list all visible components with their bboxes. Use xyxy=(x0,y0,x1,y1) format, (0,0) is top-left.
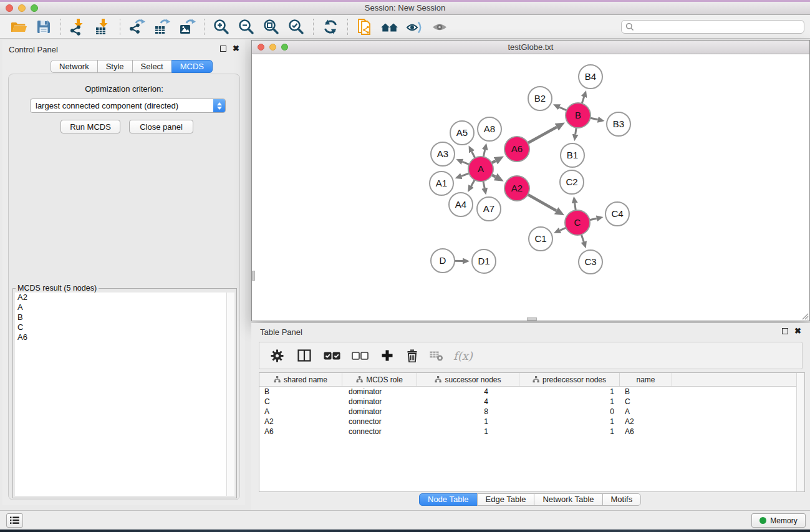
float-panel-icon[interactable] xyxy=(220,46,226,52)
zoom-selected-icon[interactable] xyxy=(285,17,307,37)
graph-node-B2[interactable]: B2 xyxy=(528,87,552,110)
hide-panels-icon[interactable] xyxy=(403,17,426,37)
graph-node-B1[interactable]: B1 xyxy=(561,143,584,167)
table-tab-network-table[interactable]: Network Table xyxy=(534,493,602,506)
mcds-result-item[interactable]: A2 xyxy=(15,293,234,302)
table-tab-edge-table[interactable]: Edge Table xyxy=(477,493,535,506)
table-cell[interactable]: A2 xyxy=(620,417,672,427)
control-tab-style[interactable]: Style xyxy=(97,60,133,73)
column-header-successor-nodes[interactable]: successor nodes xyxy=(417,373,519,386)
table-row[interactable]: Cdominator41C xyxy=(259,397,804,407)
bottom-split-handle[interactable] xyxy=(527,317,537,321)
network-canvas[interactable]: B4B2BB3A5A8A6B1A3AA1C2A2A4A7C4CC1C3DD1 xyxy=(252,55,809,321)
task-history-button[interactable] xyxy=(6,513,23,528)
search-input[interactable] xyxy=(634,21,804,32)
table-cell[interactable]: 4 xyxy=(417,397,519,407)
table-cell[interactable]: C xyxy=(259,397,342,407)
run-mcds-button[interactable]: Run MCDS xyxy=(60,120,120,133)
control-tab-mcds[interactable]: MCDS xyxy=(171,60,213,73)
zoom-fit-icon[interactable] xyxy=(260,17,282,37)
delete-table-icon[interactable] xyxy=(430,350,443,361)
graph-node-A1[interactable]: A1 xyxy=(430,172,453,195)
graph-node-A3[interactable]: A3 xyxy=(431,142,455,166)
graph-node-B4[interactable]: B4 xyxy=(579,65,602,89)
result-scrollbar[interactable] xyxy=(226,293,234,496)
graph-node-A6[interactable]: A6 xyxy=(504,137,529,162)
zoom-in-icon[interactable] xyxy=(210,17,233,37)
close-table-panel-icon[interactable]: ✖ xyxy=(794,328,801,334)
mcds-result-item[interactable]: B xyxy=(15,312,234,322)
table-tab-motifs[interactable]: Motifs xyxy=(602,493,642,506)
table-cell[interactable]: 1 xyxy=(519,417,620,427)
table-cell[interactable]: 4 xyxy=(417,387,519,397)
control-tab-select[interactable]: Select xyxy=(132,60,172,73)
table-row[interactable]: A6connector11A6 xyxy=(259,427,804,437)
table-cell[interactable]: C xyxy=(620,397,672,407)
export-table-icon[interactable] xyxy=(151,17,173,37)
resize-grip-icon[interactable] xyxy=(800,311,809,320)
graph-node-A2[interactable]: A2 xyxy=(504,176,529,201)
table-cell[interactable]: connector xyxy=(342,427,417,437)
table-cell[interactable]: A6 xyxy=(620,427,672,437)
table-scrollbar[interactable] xyxy=(796,373,804,491)
table-cell[interactable]: B xyxy=(259,387,342,397)
close-window-icon[interactable] xyxy=(6,4,13,12)
network-minimize-icon[interactable] xyxy=(269,44,276,51)
graph-node-B[interactable]: B xyxy=(566,103,591,128)
mcds-result-item[interactable]: C xyxy=(15,322,234,332)
graph-node-D1[interactable]: D1 xyxy=(472,249,496,273)
graph-node-A7[interactable]: A7 xyxy=(477,197,501,221)
graph-node-C[interactable]: C xyxy=(565,210,590,235)
table-row[interactable]: Adominator80A xyxy=(259,407,804,417)
table-cell[interactable]: A xyxy=(259,407,342,417)
table-row[interactable]: A2connector11A2 xyxy=(259,417,804,427)
graph-node-A[interactable]: A xyxy=(468,157,493,181)
close-panel-icon[interactable]: ✖ xyxy=(233,46,239,52)
table-cell[interactable]: dominator xyxy=(342,387,417,397)
graph-node-A5[interactable]: A5 xyxy=(450,121,474,145)
table-cell[interactable]: 1 xyxy=(417,427,519,437)
table-cell[interactable]: 1 xyxy=(519,387,620,397)
left-split-handle[interactable] xyxy=(252,271,255,281)
graph-node-D[interactable]: D xyxy=(431,249,455,273)
select-all-columns-icon[interactable] xyxy=(324,352,340,360)
refresh-icon[interactable] xyxy=(319,17,342,37)
column-header-mcds-role[interactable]: MCDS role xyxy=(342,373,417,386)
control-tab-network[interactable]: Network xyxy=(51,60,98,73)
open-session-icon[interactable] xyxy=(7,17,30,37)
zoom-out-icon[interactable] xyxy=(235,17,258,37)
export-network-icon[interactable] xyxy=(126,17,148,37)
table-cell[interactable]: dominator xyxy=(342,397,417,407)
table-cell[interactable]: A xyxy=(620,407,672,417)
export-image-icon[interactable] xyxy=(176,17,198,37)
show-panels-icon[interactable] xyxy=(428,17,451,37)
float-table-panel-icon[interactable] xyxy=(782,328,788,334)
table-tab-node-table[interactable]: Node Table xyxy=(419,493,478,506)
table-cell[interactable]: B xyxy=(620,387,672,397)
network-zoom-icon[interactable] xyxy=(281,44,288,51)
column-view-icon[interactable] xyxy=(297,349,311,362)
mcds-result-item[interactable]: A xyxy=(15,302,234,312)
column-header-shared-name[interactable]: shared name xyxy=(259,373,342,386)
graph-node-A8[interactable]: A8 xyxy=(478,117,501,141)
column-header-predecessor-nodes[interactable]: predecessor nodes xyxy=(519,373,620,386)
settings-gear-icon[interactable] xyxy=(271,349,284,362)
memory-button[interactable]: Memory xyxy=(751,513,806,528)
table-cell[interactable]: 1 xyxy=(417,417,519,427)
import-network-icon[interactable] xyxy=(67,17,89,37)
column-header-name[interactable]: name xyxy=(620,373,672,386)
graph-node-C2[interactable]: C2 xyxy=(560,170,584,194)
function-builder-icon[interactable]: f(x) xyxy=(453,349,473,362)
network-close-icon[interactable] xyxy=(258,44,264,51)
table-row[interactable]: Bdominator41B xyxy=(259,387,804,397)
minimize-window-icon[interactable] xyxy=(18,4,26,12)
table-cell[interactable]: 1 xyxy=(519,427,620,437)
search-field[interactable] xyxy=(621,20,804,34)
table-cell[interactable]: dominator xyxy=(342,407,417,417)
graph-node-C3[interactable]: C3 xyxy=(579,250,602,274)
save-session-icon[interactable] xyxy=(32,17,55,37)
table-cell[interactable]: 0 xyxy=(519,407,620,417)
add-column-icon[interactable] xyxy=(381,349,393,362)
table-cell[interactable]: 1 xyxy=(519,397,620,407)
graph-node-C4[interactable]: C4 xyxy=(605,202,629,226)
